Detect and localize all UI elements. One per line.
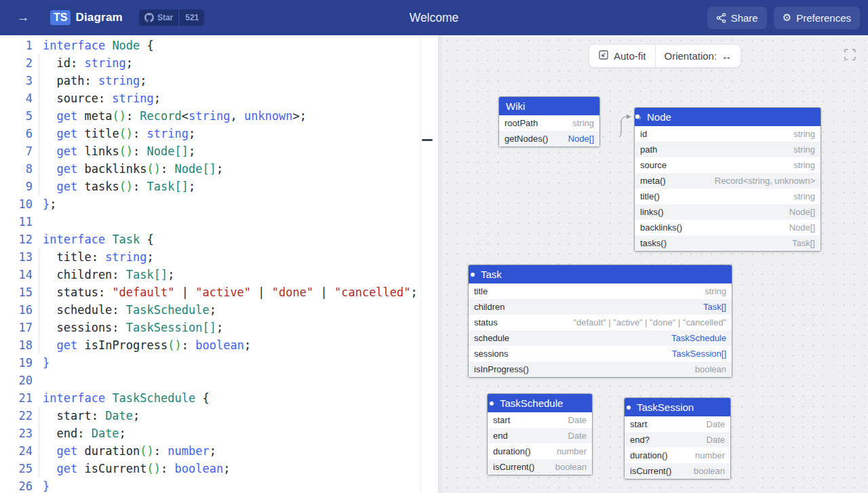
code-line[interactable]: 26} xyxy=(0,477,438,493)
orientation-button[interactable]: Orientation: ↔ xyxy=(656,45,741,67)
line-number: 24 xyxy=(0,442,33,460)
preferences-button[interactable]: ⚙ Preferences xyxy=(774,7,860,29)
member-type: number xyxy=(695,450,725,460)
code-line[interactable]: 21interface TaskSchedule { xyxy=(0,389,438,407)
line-number: 13 xyxy=(0,248,33,266)
code-lines: 1interface Node {2 id: string;3 path: st… xyxy=(0,37,438,493)
member-type-link[interactable]: TaskSession[] xyxy=(672,349,726,359)
entity-header[interactable]: TaskSchedule xyxy=(488,394,592,412)
code-line[interactable]: 22 start: Date; xyxy=(0,407,438,425)
member-type: boolean xyxy=(555,462,587,472)
entity-title: TaskSession xyxy=(637,401,694,413)
member-name: isCurrent() xyxy=(493,462,534,472)
code-line[interactable]: 11 xyxy=(0,213,438,231)
code-line[interactable]: 15 status: "default" | "active" | "done"… xyxy=(0,283,438,301)
code-line[interactable]: 25 get isCurrent(): boolean; xyxy=(0,460,438,477)
code-line[interactable]: 13 title: string; xyxy=(0,248,438,266)
editor-scrollbar-marker[interactable] xyxy=(422,139,433,141)
entity-row: endDate xyxy=(488,428,592,443)
code-line[interactable]: 5 get meta(): Record<string, unknown>; xyxy=(0,107,438,125)
connector-port-icon xyxy=(470,272,475,277)
github-star-button[interactable]: Star 521 xyxy=(139,9,204,26)
preferences-label: Preferences xyxy=(796,12,851,24)
app-logo[interactable]: TS Diagram xyxy=(50,10,123,25)
code-line[interactable]: 9 get tasks(): Task[]; xyxy=(0,178,438,195)
code-line[interactable]: 3 path: string; xyxy=(0,72,438,90)
orientation-label: Orientation: xyxy=(665,50,717,62)
entity-title: Task xyxy=(481,269,502,280)
star-count[interactable]: 521 xyxy=(180,9,204,26)
line-number: 18 xyxy=(0,336,33,354)
entity-taskschedule[interactable]: TaskSchedulestartDateendDateduration()nu… xyxy=(487,393,593,475)
entity-row: childrenTask[] xyxy=(469,299,732,315)
share-button[interactable]: Share xyxy=(707,7,767,29)
github-star-label[interactable]: Star xyxy=(139,9,178,26)
member-name: start xyxy=(493,415,510,425)
autofit-button[interactable]: Auto-fit xyxy=(589,45,655,67)
line-number: 21 xyxy=(0,389,33,407)
code-editor-pane[interactable]: 1interface Node {2 id: string;3 path: st… xyxy=(0,35,438,493)
line-number: 10 xyxy=(0,195,33,213)
entity-wiki[interactable]: WikirootPathstringgetNodes()Node[] xyxy=(498,96,600,147)
entity-header[interactable]: Task xyxy=(469,265,732,283)
code-line[interactable]: 23 end: Date; xyxy=(0,425,438,442)
code-line[interactable]: 16 schedule: TaskSchedule; xyxy=(0,301,438,319)
code-line[interactable]: 12interface Task { xyxy=(0,231,438,248)
code-line[interactable]: 4 source: string; xyxy=(0,90,438,107)
member-name: duration() xyxy=(630,450,668,460)
member-type: Date xyxy=(568,415,587,425)
entity-row: idstring xyxy=(635,126,821,142)
diagram-canvas[interactable]: WikirootPathstringgetNodes()Node[]Nodeid… xyxy=(442,35,868,493)
line-number: 11 xyxy=(0,213,33,231)
diagram-controls: Auto-fit Orientation: ↔ xyxy=(589,44,741,68)
entity-row: duration()number xyxy=(488,443,592,459)
member-type-link[interactable]: TaskSchedule xyxy=(671,333,726,343)
code-line[interactable]: 19} xyxy=(0,354,438,372)
member-name: source xyxy=(640,160,667,170)
app-name: Diagram xyxy=(75,11,122,24)
code-line[interactable]: 14 children: Task[]; xyxy=(0,266,438,283)
member-name: title() xyxy=(640,191,660,201)
code-line[interactable]: 7 get links(): Node[]; xyxy=(0,142,438,160)
member-name: schedule xyxy=(474,333,509,343)
code-line[interactable]: 8 get backlinks(): Node[]; xyxy=(0,160,438,178)
member-type: string xyxy=(793,160,815,170)
code-line[interactable]: 24 get duration(): number; xyxy=(0,442,438,460)
code-line[interactable]: 2 id: string; xyxy=(0,54,438,72)
member-type-link[interactable]: Node[] xyxy=(568,134,594,144)
member-type: string xyxy=(705,286,726,296)
code-line[interactable]: 1interface Node { xyxy=(0,37,438,54)
member-name: meta() xyxy=(640,176,666,186)
member-type: string xyxy=(793,191,815,201)
code-line[interactable]: 6 get title(): string; xyxy=(0,125,438,142)
member-name: path xyxy=(640,144,657,155)
member-name: title xyxy=(474,286,488,296)
code-line[interactable]: 20 xyxy=(0,372,438,389)
entity-header[interactable]: Wiki xyxy=(499,97,599,115)
line-number: 4 xyxy=(0,90,33,107)
autofit-icon xyxy=(598,50,609,62)
entity-node[interactable]: Nodeidstringpathstringsourcestringmeta()… xyxy=(634,107,821,252)
entity-row: meta()Record<string, unknown> xyxy=(635,173,821,189)
entity-header[interactable]: Node xyxy=(635,108,821,126)
collapse-editor-arrow-icon[interactable]: → xyxy=(8,10,38,25)
member-type: boolean xyxy=(694,466,725,476)
entity-header[interactable]: TaskSession xyxy=(625,398,730,416)
member-name: rootPath xyxy=(505,118,538,128)
code-line[interactable]: 18 get isInProgress(): boolean; xyxy=(0,336,438,354)
member-type-link[interactable]: Task[] xyxy=(703,302,726,312)
code-line[interactable]: 10}; xyxy=(0,195,438,213)
entity-row: links()Node[] xyxy=(635,204,821,220)
fullscreen-button[interactable] xyxy=(844,49,856,62)
entity-row: scheduleTaskSchedule xyxy=(469,330,732,346)
line-number: 6 xyxy=(0,125,33,142)
code-line[interactable]: 17 sessions: TaskSession[]; xyxy=(0,319,438,336)
entity-task[interactable]: TasktitlestringchildrenTask[]status"defa… xyxy=(468,264,732,378)
member-name: tasks() xyxy=(640,238,667,248)
entity-row: getNodes()Node[] xyxy=(499,131,599,146)
entity-tasksession[interactable]: TaskSessionstartDateend?Dateduration()nu… xyxy=(624,397,731,479)
member-type: Record<string, unknown> xyxy=(715,176,815,186)
star-text: Star xyxy=(157,13,173,22)
member-name: end xyxy=(493,431,508,441)
member-type: number xyxy=(557,446,587,456)
